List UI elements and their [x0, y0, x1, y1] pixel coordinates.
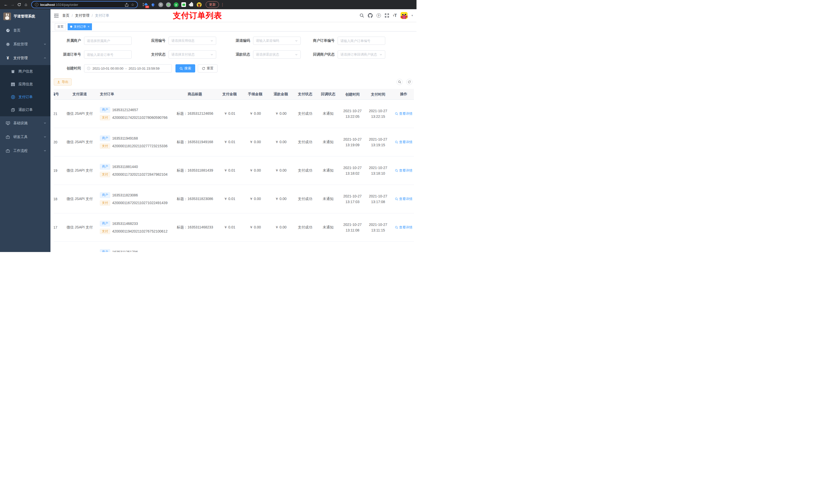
cell-order: 商户1635311468233 支付4200001194202110276752… — [96, 221, 173, 234]
pay-order-no: 4200001167202110271022491439 — [112, 201, 168, 205]
view-detail-link[interactable]: 查看详情 — [395, 225, 412, 230]
channel-code-select[interactable]: 请输入渠道编码 — [253, 37, 301, 45]
browser-menu-icon[interactable]: ⋮ — [220, 2, 224, 7]
breadcrumb-current: 支付订单 — [95, 13, 110, 18]
extension-chat-icon[interactable] — [181, 2, 186, 7]
merchant-order-no: 1635311468233 — [112, 221, 138, 225]
cell-refund: ￥ 0.00 — [268, 140, 293, 144]
merchant-order-no: 1635311823086 — [112, 193, 138, 197]
download-icon — [57, 80, 60, 83]
sidebar-item-home[interactable]: 首页 — [0, 24, 50, 38]
extension-emoji-icon[interactable] — [197, 2, 201, 7]
breadcrumb-pay-mgmt[interactable]: 支付管理 — [75, 13, 89, 18]
document-icon — [11, 108, 15, 112]
chevron-down-icon — [210, 53, 213, 56]
refund-status-select[interactable]: 请选择退款状态 — [253, 50, 301, 58]
cell-notify: 未通知 — [317, 225, 340, 230]
browser-reload-button[interactable] — [16, 1, 23, 8]
extension-y-icon[interactable]: y — [174, 2, 178, 7]
cell-status: 支付成功 — [293, 168, 317, 173]
merchant-tag: 商户 — [100, 249, 110, 252]
export-button[interactable]: 导出 — [54, 78, 72, 86]
notify-status-label: 回调商户状态 — [307, 52, 338, 57]
sidebar-item-pay-order[interactable]: 支付订单 — [0, 91, 50, 103]
extension-command-icon[interactable]: ⌘ — [158, 2, 163, 7]
pay-tag: 支付 — [100, 172, 110, 177]
pay-order-no: 4200001181202110277723215336 — [112, 144, 168, 148]
sidebar-item-infra[interactable]: 基础设施 — [0, 116, 50, 130]
extension-record-icon[interactable] — [166, 2, 171, 7]
date-start: 2021-10-01 00:00:00 — [93, 67, 123, 70]
view-detail-link[interactable]: 查看详情 — [395, 168, 412, 173]
refresh-table-button[interactable] — [406, 79, 412, 85]
sidebar-item-system[interactable]: 系统管理 — [0, 38, 50, 51]
url-host: localhost — [40, 3, 55, 7]
extension-diamond-icon[interactable]: 10 — [142, 2, 147, 7]
sidebar-item-label: 首页 — [13, 28, 21, 33]
search-icon — [395, 169, 398, 172]
extension-puzzle-icon[interactable] — [189, 2, 194, 7]
avatar-caret-icon[interactable]: ▾ — [411, 14, 413, 17]
cell-notify: 未通知 — [317, 197, 340, 201]
breadcrumb-separator: / — [72, 14, 73, 18]
view-detail-link[interactable]: 查看详情 — [395, 140, 412, 144]
site-info-icon[interactable]: i — [35, 3, 39, 6]
merchant-order-no: 1635311949168 — [112, 136, 138, 140]
browser-update-button[interactable]: 更新 — [206, 1, 219, 8]
cell-actions: 查看详情 — [391, 197, 414, 201]
col-notify: 回调状态 — [317, 92, 340, 97]
cell-paid: 2021-10-2713:19:15 — [365, 137, 391, 148]
sidebar-item-refund-order[interactable]: 退款订单 — [0, 103, 50, 116]
merchant-input[interactable] — [84, 37, 132, 45]
avatar[interactable] — [401, 12, 407, 19]
sidebar-item-payment[interactable]: ¥ 支付管理 — [0, 51, 50, 65]
sidebar-item-app-info[interactable]: 应用信息 — [0, 78, 50, 91]
tab-home[interactable]: 首页 — [55, 23, 66, 30]
reset-button[interactable]: 重置 — [198, 64, 217, 72]
search-icon — [395, 197, 398, 200]
breadcrumb-home[interactable]: 首页 — [62, 13, 69, 18]
browser-forward-button[interactable]: → — [9, 1, 16, 8]
font-size-icon[interactable]: тT — [393, 13, 397, 18]
cell-id: 19 — [54, 169, 63, 173]
create-time-range-input[interactable]: 2021-10-01 00:00:00 - 2021-10-31 23:59:5… — [84, 64, 172, 72]
sidebar-item-devtools[interactable]: 研发工具 — [0, 130, 50, 144]
monitor-icon — [6, 121, 10, 125]
chevron-down-icon — [379, 53, 382, 56]
channel-order-no-label: 渠道订单号 — [54, 52, 84, 57]
channel-order-no-input[interactable] — [84, 50, 132, 58]
sidebar-collapse-button[interactable] — [50, 14, 62, 18]
address-bar[interactable]: i localhost:1024/pay/order ☆ — [31, 1, 138, 8]
cell-actions: 查看详情 — [391, 225, 414, 230]
browser-home-button[interactable]: ⌂ — [23, 1, 29, 8]
view-detail-link[interactable]: 查看详情 — [395, 112, 412, 116]
cell-created: 2021-10-2713:18:02 — [340, 165, 365, 176]
merchant-order-no-input[interactable] — [338, 37, 385, 45]
toggle-search-button[interactable] — [397, 79, 403, 85]
cell-refund: ￥ 0.00 — [268, 112, 293, 116]
extension-pin-icon[interactable] — [150, 2, 156, 7]
share-icon[interactable] — [125, 3, 128, 7]
sidebar-item-merchant-info[interactable]: 商户信息 — [0, 65, 50, 78]
cell-id: 20 — [54, 140, 63, 144]
fullscreen-icon[interactable] — [385, 13, 389, 18]
breadcrumb-separator: / — [92, 14, 93, 18]
cell-order: 商户1635311823086 支付4200001167202110271022… — [96, 192, 173, 206]
search-icon — [398, 80, 401, 83]
notify-status-select[interactable]: 请选择订单回调商户状态 — [338, 50, 385, 58]
help-icon[interactable]: ? — [377, 13, 381, 18]
cell-order: 商户1635311881440 支付4200001173202110272847… — [96, 164, 173, 177]
github-icon[interactable] — [368, 13, 373, 18]
view-detail-link[interactable]: 查看详情 — [395, 197, 412, 201]
screen: ← → ⌂ i localhost:1024/pay/order ☆ 10 ⌘ … — [0, 0, 416, 252]
sidebar-item-workflow[interactable]: 工作流程 — [0, 144, 50, 158]
bookmark-star-icon[interactable]: ☆ — [131, 3, 134, 7]
browser-back-button[interactable]: ← — [3, 1, 9, 8]
close-icon[interactable]: × — [88, 25, 89, 28]
app-select[interactable]: 请选择应用信息 — [169, 37, 216, 45]
cell-title: 标题：1635311949168 — [173, 140, 217, 144]
pay-status-select[interactable]: 请选择支付状态 — [169, 50, 216, 58]
search-button[interactable]: 搜索 — [175, 64, 195, 72]
search-icon[interactable] — [360, 13, 364, 18]
tab-pay-order[interactable]: 支付订单 × — [68, 23, 92, 30]
